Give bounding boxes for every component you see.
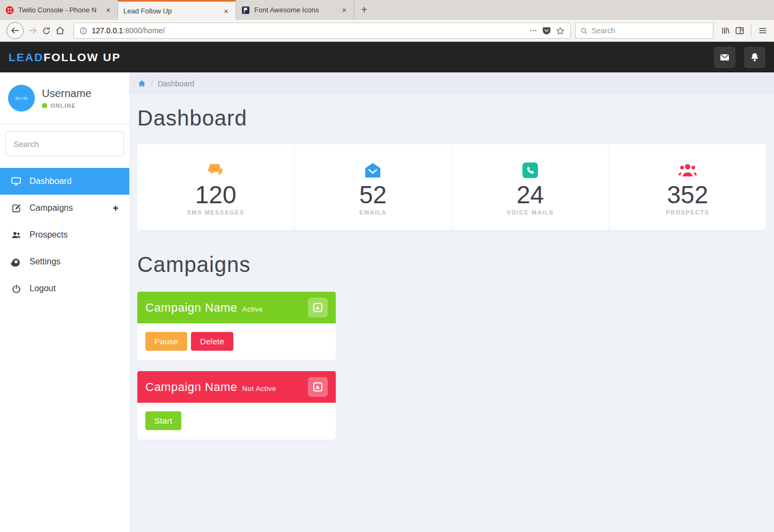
- forward-button[interactable]: [28, 26, 38, 35]
- envelope-icon: [719, 52, 730, 63]
- avatar: 50 x 50: [8, 85, 35, 112]
- library-icon: [721, 26, 731, 35]
- stat-value: 52: [359, 182, 387, 208]
- url-text: 127.0.0.1:8000/home/: [92, 26, 165, 35]
- menu-button[interactable]: [758, 26, 768, 35]
- search-icon: [580, 27, 588, 35]
- sidebar-item-label: Dashboard: [30, 176, 71, 186]
- user-info: Username ONLINE: [42, 87, 91, 109]
- campaign-expand-button[interactable]: [308, 377, 328, 397]
- campaign-body: Pause Delete: [137, 323, 336, 360]
- sidebar-search: [0, 124, 129, 156]
- start-campaign-button[interactable]: Start: [145, 411, 181, 430]
- page-actions-icon[interactable]: [529, 26, 537, 35]
- campaign-header: Campaign Name Active: [137, 292, 336, 323]
- envelope-open-icon: [364, 161, 381, 180]
- campaigns-section-title: Campaigns: [137, 253, 766, 277]
- phone-square-icon: [522, 161, 539, 180]
- sidebar-item-campaigns[interactable]: Campaigns +: [0, 195, 129, 221]
- breadcrumb: / Dashboard: [129, 72, 774, 94]
- pause-campaign-button[interactable]: Pause: [145, 332, 187, 351]
- stat-voice-mails: 24 VOICE MAILS: [452, 144, 609, 230]
- edit-icon: [11, 203, 21, 213]
- hamburger-icon: [758, 26, 768, 35]
- browser-tabstrip: Twilio Console - Phone N × Lead Follow U…: [0, 0, 774, 20]
- tab-title: Twilio Console - Phone N: [18, 6, 100, 14]
- arrow-right-icon: [28, 26, 38, 35]
- tab-font-awesome[interactable]: Font Awesome Icons ×: [236, 0, 354, 20]
- tab-close-icon[interactable]: ×: [340, 5, 348, 14]
- brand-logo[interactable]: LEADFOLLOW UP: [9, 51, 121, 64]
- notifications-button[interactable]: [744, 47, 765, 68]
- browser-search-box[interactable]: [575, 23, 713, 39]
- tab-lead-follow-up[interactable]: Lead Follow Up ×: [118, 0, 236, 20]
- sidebar-item-label: Prospects: [30, 230, 68, 240]
- campaign-expand-button[interactable]: [308, 298, 328, 317]
- stat-prospects: 352 PROSPECTS: [609, 144, 766, 230]
- delete-campaign-button[interactable]: Delete: [191, 332, 233, 351]
- campaign-header: Campaign Name Not Active: [137, 371, 336, 403]
- tab-close-icon[interactable]: ×: [222, 6, 230, 16]
- stat-label: PROSPECTS: [666, 209, 709, 216]
- breadcrumb-current: Dashboard: [158, 79, 195, 88]
- bookmark-star-icon[interactable]: [556, 26, 565, 35]
- sidebars-button[interactable]: [735, 26, 744, 35]
- stat-label: EMAILS: [359, 209, 387, 216]
- arrow-left-icon: [10, 26, 20, 35]
- tab-close-icon[interactable]: ×: [104, 5, 112, 14]
- sidebar-item-label: Logout: [30, 284, 56, 293]
- tab-title: Lead Follow Up: [123, 7, 218, 15]
- new-tab-button[interactable]: +: [354, 0, 374, 20]
- campaign-name: Campaign Name: [145, 380, 238, 394]
- user-panel: 50 x 50 Username ONLINE: [0, 72, 129, 123]
- online-dot-icon: [42, 103, 47, 108]
- stats-card: 120 SMS MESSAGES 52 EMAILS: [137, 144, 766, 230]
- campaign-card-active: Campaign Name Active Pause Delete: [137, 292, 336, 360]
- reload-icon: [42, 26, 51, 35]
- home-button[interactable]: [55, 26, 65, 35]
- sidebar-item-label: Settings: [30, 257, 61, 267]
- twilio-icon: [5, 6, 14, 14]
- stat-sms-messages: 120 SMS MESSAGES: [137, 144, 294, 230]
- flag-icon: [241, 6, 250, 14]
- gear-icon: [11, 256, 21, 267]
- campaign-card-not-active: Campaign Name Not Active Start: [137, 371, 336, 440]
- browser-search-input[interactable]: [592, 26, 708, 35]
- page-title: Dashboard: [137, 106, 766, 130]
- users-icon: [678, 161, 697, 180]
- desktop-icon: [11, 176, 21, 187]
- sidebar-item-dashboard[interactable]: Dashboard: [0, 168, 129, 195]
- comments-icon: [207, 161, 225, 180]
- header-actions: [714, 47, 765, 68]
- sidebar-item-label: Campaigns: [30, 203, 73, 213]
- sidebar-item-logout[interactable]: Logout: [0, 275, 129, 302]
- user-status: ONLINE: [42, 102, 91, 109]
- reload-button[interactable]: [42, 26, 51, 35]
- add-campaign-button[interactable]: +: [113, 202, 119, 214]
- sidebar-item-settings[interactable]: Settings: [0, 248, 129, 275]
- home-icon[interactable]: [138, 79, 146, 87]
- app-header: LEADFOLLOW UP: [0, 42, 774, 72]
- users-icon: [11, 230, 21, 241]
- stat-value: 120: [195, 182, 237, 208]
- sidebar: 50 x 50 Username ONLINE Dashboard: [0, 72, 129, 532]
- site-info-icon[interactable]: [79, 27, 87, 35]
- pocket-icon[interactable]: [542, 26, 551, 35]
- tab-twilio-console[interactable]: Twilio Console - Phone N ×: [0, 0, 118, 20]
- tab-title: Font Awesome Icons: [254, 6, 336, 14]
- toolbar-separator: [751, 24, 751, 37]
- library-button[interactable]: [721, 26, 731, 35]
- stat-label: VOICE MAILS: [507, 209, 554, 216]
- stat-value: 24: [517, 182, 544, 208]
- url-bar[interactable]: 127.0.0.1:8000/home/: [73, 23, 571, 39]
- brand-rest: FOLLOW UP: [43, 51, 121, 63]
- power-icon: [11, 284, 21, 294]
- sidebar-item-prospects[interactable]: Prospects: [0, 221, 129, 248]
- messages-button[interactable]: [714, 47, 735, 68]
- sidebar-search-input[interactable]: [5, 131, 124, 156]
- username: Username: [42, 87, 91, 100]
- stat-label: SMS MESSAGES: [187, 209, 245, 216]
- url-host: 127.0.0.1: [92, 26, 123, 35]
- back-button[interactable]: [6, 22, 24, 39]
- url-path: :8000/home/: [123, 26, 165, 35]
